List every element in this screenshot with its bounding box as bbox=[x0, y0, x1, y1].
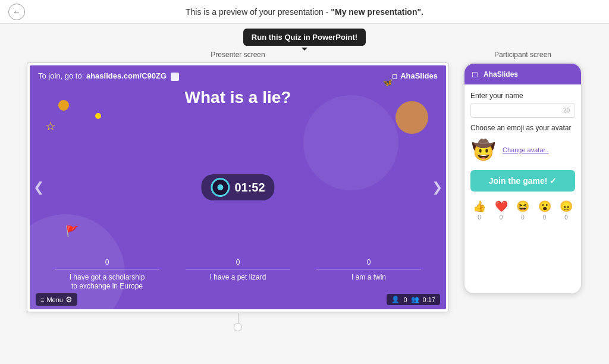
stand-circle bbox=[234, 323, 242, 331]
name-char-count: 20 bbox=[563, 107, 570, 114]
join-url: ahaslides.com/C90ZG bbox=[86, 71, 167, 80]
powerpoint-tooltip[interactable]: Run this Quiz in PowerPoint! bbox=[243, 29, 366, 46]
answer-label-1: I have got a scholarshipto exchange in E… bbox=[70, 273, 145, 291]
laugh-emoji: 😆 bbox=[516, 200, 529, 213]
stand-line bbox=[238, 313, 238, 323]
phone-logo-icon: ◻ bbox=[472, 70, 478, 79]
answer-divider-2 bbox=[186, 269, 290, 269]
join-text: To join, go to: ahaslides.com/C90ZG bbox=[38, 71, 179, 81]
deco-flag: 🚩 bbox=[65, 225, 79, 238]
participant-screen-label: Participant screen bbox=[494, 51, 551, 59]
join-game-button[interactable]: Join the game! ✓ bbox=[470, 170, 575, 192]
tooltip-text: Run this Quiz in PowerPoint! bbox=[252, 33, 357, 42]
question-text: What is a lie? bbox=[30, 88, 446, 107]
participants-icon: 👤 bbox=[391, 296, 400, 303]
heart-emoji: ❤️ bbox=[495, 200, 508, 213]
answer-options: 0 I have got a scholarshipto exchange in… bbox=[30, 258, 446, 291]
nav-next-button[interactable]: ❯ bbox=[432, 180, 442, 195]
answer-count-2: 0 bbox=[236, 258, 240, 266]
qr-icon bbox=[171, 73, 179, 81]
stats-time: 0:17 bbox=[423, 296, 435, 303]
logo-icon: ◻ bbox=[392, 73, 397, 80]
wow-count: 0 bbox=[543, 214, 547, 221]
participant-section: Participant screen ◻ AhaSlides Enter you… bbox=[463, 51, 582, 294]
wow-emoji: 😮 bbox=[538, 200, 551, 213]
preview-title: This is a preview of your presentation -… bbox=[186, 7, 423, 17]
time-icon: 👥 bbox=[411, 296, 419, 303]
thumbsup-count: 0 bbox=[478, 214, 481, 221]
change-avatar-link[interactable]: Change avatar.. bbox=[503, 146, 549, 153]
timer-bg: 01:52 bbox=[201, 174, 274, 200]
avatar-row: 🤠 Change avatar.. bbox=[470, 137, 575, 163]
deco-circle-2 bbox=[95, 113, 101, 119]
presenter-screen-label: Presenter screen bbox=[211, 51, 265, 59]
reaction-angry[interactable]: 😠 0 bbox=[560, 200, 573, 221]
deco-star-1: ☆ bbox=[45, 119, 56, 133]
answer-divider-3 bbox=[316, 269, 421, 269]
laugh-count: 0 bbox=[521, 214, 525, 221]
avatar-emoji[interactable]: 🤠 bbox=[470, 137, 497, 163]
presenter-section: Presenter screen ☆ 🦋 🚩 To join, go to: a… bbox=[27, 51, 449, 331]
stats-bar: 👤 0 👥 0:17 bbox=[387, 294, 440, 305]
heart-count: 0 bbox=[500, 214, 503, 221]
presenter-bottom-bar: ≡ Menu ⚙ 👤 0 👥 0:17 bbox=[30, 293, 446, 306]
preview-prefix: This is a preview of your presentation - bbox=[186, 7, 331, 17]
name-label: Enter your name bbox=[470, 92, 575, 100]
timer-circle bbox=[211, 178, 230, 197]
answer-count-1: 0 bbox=[105, 258, 109, 266]
presenter-frame: ☆ 🦋 🚩 To join, go to: ahaslides.com/C90Z… bbox=[27, 62, 449, 312]
thumbsup-emoji: 👍 bbox=[473, 200, 486, 213]
answer-count-3: 0 bbox=[367, 258, 371, 266]
phone-header: ◻ AhaSlides bbox=[464, 64, 581, 84]
presentation-name: "My new presentation". bbox=[331, 7, 423, 17]
reaction-thumbsup[interactable]: 👍 0 bbox=[473, 200, 486, 221]
tooltip-container: Run this Quiz in PowerPoint! bbox=[243, 29, 366, 46]
menu-extra-icon: ⚙ bbox=[65, 295, 73, 304]
name-input[interactable]: 20 bbox=[470, 103, 575, 118]
reaction-laugh[interactable]: 😆 0 bbox=[516, 200, 529, 221]
participants-count: 0 bbox=[403, 296, 407, 303]
menu-button[interactable]: ≡ Menu ⚙ bbox=[36, 293, 77, 306]
reaction-wow[interactable]: 😮 0 bbox=[538, 200, 551, 221]
menu-lines-icon: ≡ bbox=[40, 296, 44, 303]
timer-container: 01:52 bbox=[201, 174, 274, 200]
main-content: Run this Quiz in PowerPoint! Presenter s… bbox=[0, 24, 609, 331]
phone-logo-text: AhaSlides bbox=[484, 70, 518, 79]
presenter-inner: ☆ 🦋 🚩 To join, go to: ahaslides.com/C90Z… bbox=[30, 65, 446, 309]
top-bar: ← This is a preview of your presentation… bbox=[0, 0, 609, 24]
menu-label: Menu bbox=[46, 296, 63, 303]
phone-frame: ◻ AhaSlides Enter your name 20 Choose an… bbox=[463, 62, 582, 294]
answer-divider-1 bbox=[55, 269, 159, 269]
join-bar: To join, go to: ahaslides.com/C90ZG ◻ Ah… bbox=[30, 71, 446, 81]
answer-option-1: 0 I have got a scholarshipto exchange in… bbox=[42, 258, 172, 291]
timer-value: 01:52 bbox=[234, 181, 265, 194]
phone-inner: ◻ AhaSlides Enter your name 20 Choose an… bbox=[464, 64, 581, 293]
emoji-label: Choose an emoji as your avatar bbox=[470, 124, 575, 132]
screens-row: Presenter screen ☆ 🦋 🚩 To join, go to: a… bbox=[27, 51, 582, 331]
back-arrow-icon: ← bbox=[12, 7, 21, 17]
back-button[interactable]: ← bbox=[8, 4, 25, 20]
angry-count: 0 bbox=[564, 214, 568, 221]
reactions-bar: 👍 0 ❤️ 0 😆 0 😮 0 bbox=[470, 200, 575, 221]
answer-label-2: I have a pet lizard bbox=[210, 273, 266, 283]
answer-label-3: I am a twin bbox=[351, 273, 386, 283]
join-prefix: To join, go to: bbox=[38, 71, 86, 80]
answer-option-3: 0 I am a twin bbox=[303, 258, 434, 291]
answer-option-2: 0 I have a pet lizard bbox=[172, 258, 303, 291]
nav-prev-button[interactable]: ❮ bbox=[33, 180, 44, 195]
presenter-logo: ◻ AhaSlides bbox=[392, 71, 438, 80]
angry-emoji: 😠 bbox=[560, 200, 573, 213]
reaction-heart[interactable]: ❤️ 0 bbox=[495, 200, 508, 221]
timer-dot bbox=[217, 184, 223, 190]
presenter-stand bbox=[234, 313, 242, 331]
